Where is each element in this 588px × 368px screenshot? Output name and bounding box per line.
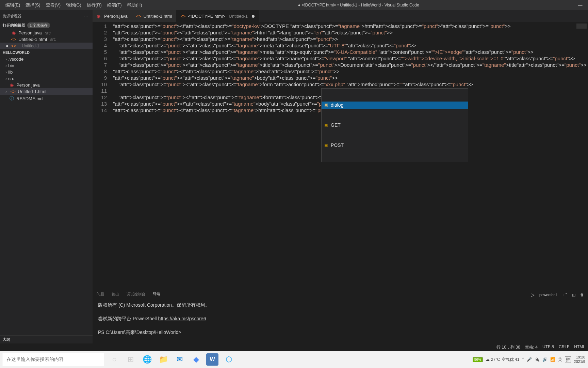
- shell-icon[interactable]: ▷: [531, 292, 535, 297]
- wifi-icon[interactable]: 📶: [550, 357, 555, 362]
- dirty-dot-icon[interactable]: ●: [5, 43, 9, 48]
- panel-tab-terminal[interactable]: 终端: [153, 291, 160, 298]
- tab-untitled-html[interactable]: <> Untitled-1.html: [132, 10, 177, 22]
- power-icon[interactable]: 🔌: [535, 357, 540, 362]
- task-view-icon[interactable]: ⊞: [122, 351, 139, 368]
- folder-item[interactable]: ›lib: [0, 69, 93, 75]
- minimize-button[interactable]: —: [572, 0, 588, 10]
- more-icon[interactable]: ···: [84, 13, 88, 19]
- menu-goto[interactable]: 转到(G): [63, 2, 84, 8]
- unsaved-badge: 1 个未保存: [27, 22, 50, 28]
- explorer-icon[interactable]: 📁: [155, 351, 172, 368]
- html-icon: <>: [180, 14, 186, 19]
- menu-help[interactable]: 帮助(H): [124, 2, 145, 8]
- terminal-output[interactable]: 版权所有 (C) Microsoft Corporation。保留所有权利。 尝…: [93, 300, 588, 337]
- open-editor-item[interactable]: ●<>Untitled-1: [0, 43, 93, 49]
- open-editor-item[interactable]: <>Untitled-1.htmlsrc: [0, 36, 93, 43]
- file-path: src: [50, 37, 56, 42]
- suggest-item-get[interactable]: ▣ GET: [322, 122, 468, 129]
- editor-tabs: ◉ Person.java <> Untitled-1.html <> <!DO…: [93, 10, 588, 22]
- window-controls: —: [572, 0, 588, 10]
- tab-doctype-html[interactable]: <> <!DOCTYPE html> Untitled-1: [176, 10, 259, 22]
- tab-person-java[interactable]: ◉ Person.java: [93, 10, 132, 22]
- explorer-sidebar: 资源管理器 ··· 打开的编辑器 1 个未保存 ◉Person.javasrc<…: [0, 10, 93, 343]
- app-icon[interactable]: ◆: [188, 351, 204, 368]
- suggest-item-post[interactable]: ▣ POST: [322, 142, 468, 149]
- chevron-icon: ›: [5, 89, 7, 94]
- search-placeholder: 在这里输入你要搜索的内容: [6, 356, 64, 363]
- new-terminal-icon[interactable]: + ˅: [562, 293, 567, 297]
- trash-icon[interactable]: 🗑: [580, 293, 584, 297]
- html-icon: <>: [136, 14, 142, 19]
- java-icon: ◉: [9, 82, 14, 88]
- panel-tab-problems[interactable]: 问题: [97, 292, 104, 298]
- encoding-status[interactable]: UTF-8: [542, 344, 554, 350]
- chevron-right-icon: ›: [5, 70, 7, 75]
- tab-label: Untitled-1.html: [144, 14, 172, 19]
- battery-indicator[interactable]: 96%: [473, 357, 483, 362]
- file-item[interactable]: ◉Person.java: [0, 82, 93, 88]
- ime-label[interactable]: 英: [558, 357, 562, 363]
- windows-taskbar: 在这里输入你要搜索的内容 ○ ⊞ 🌐 📁 ✉ ◆ W ⬡ 96% ☁ 27°C …: [0, 351, 588, 368]
- vscode-icon[interactable]: ⬡: [220, 351, 237, 368]
- menu-view[interactable]: 查看(V): [43, 2, 63, 8]
- titlebar: 编辑(E) 选择(S) 查看(V) 转到(G) 运行(R) 终端(T) 帮助(H…: [0, 0, 588, 10]
- file-name: Person.java: [16, 82, 40, 88]
- html-icon: <>: [11, 43, 16, 48]
- minimap[interactable]: [576, 24, 587, 58]
- open-editor-item[interactable]: ◉Person.javasrc: [0, 30, 93, 36]
- code-content[interactable]: "attr">class"punct">="punct"><!"attr">cl…: [113, 22, 588, 289]
- window-title: ● <!DOCTYPE html> • Untitled-1 - HelloWo…: [145, 3, 572, 7]
- file-path: src: [45, 31, 51, 35]
- menu-select[interactable]: 选择(S): [23, 2, 43, 8]
- system-clock[interactable]: 19:28 2021/9: [574, 355, 585, 364]
- open-editors-label[interactable]: 打开的编辑器: [3, 23, 25, 28]
- menubar: 编辑(E) 选择(S) 查看(V) 转到(G) 运行(R) 终端(T) 帮助(H…: [0, 2, 145, 8]
- file-name: Untitled-1.html: [18, 89, 46, 94]
- menu-terminal[interactable]: 终端(T): [104, 2, 125, 8]
- intellisense-popup[interactable]: ▣ dialog ▣ GET ▣ POST: [321, 88, 468, 162]
- shell-name[interactable]: powershell: [539, 293, 557, 297]
- status-bar: 行 10，列 36 空格: 4 UTF-8 CRLF HTML: [0, 343, 588, 351]
- menu-edit[interactable]: 编辑(E): [3, 2, 23, 8]
- cortana-icon[interactable]: ○: [106, 351, 122, 368]
- file-name: Person.java: [18, 30, 42, 35]
- ime-mode[interactable]: 拼: [565, 356, 571, 363]
- menu-run[interactable]: 运行(R): [84, 2, 104, 8]
- split-terminal-icon[interactable]: ◫: [572, 293, 575, 297]
- mail-icon[interactable]: ✉: [172, 351, 188, 368]
- file-path: Untitled-1: [22, 44, 39, 48]
- outline-label[interactable]: 大纲: [3, 337, 10, 342]
- mic-icon[interactable]: 🎤: [527, 357, 532, 362]
- file-item[interactable]: ›<>Untitled-1.html: [0, 88, 93, 95]
- dirty-indicator: [252, 15, 255, 18]
- file-item[interactable]: ⓘREADME.md: [0, 95, 93, 102]
- weather-widget[interactable]: ☁ 27°C 空气优 41: [486, 357, 520, 363]
- eol-status[interactable]: CRLF: [559, 344, 569, 350]
- suggest-label: POST: [331, 142, 344, 149]
- workspace-label[interactable]: HELLOWORLD: [3, 50, 30, 55]
- chevron-right-icon: ›: [5, 63, 7, 68]
- line-numbers: 1234567891011121314: [93, 22, 113, 289]
- code-editor[interactable]: 1234567891011121314 "attr">class"punct">…: [93, 22, 588, 289]
- panel-tab-output[interactable]: 输出: [112, 292, 119, 298]
- folder-item[interactable]: ›src: [0, 75, 93, 82]
- windows-search[interactable]: 在这里输入你要搜索的内容: [2, 353, 104, 366]
- folder-item[interactable]: ›bin: [0, 62, 93, 69]
- wps-icon[interactable]: W: [206, 353, 218, 366]
- folder-item[interactable]: ›.vscode: [0, 56, 93, 62]
- indent-status[interactable]: 空格: 4: [525, 344, 538, 350]
- explorer-title: 资源管理器: [3, 14, 21, 19]
- cursor-position[interactable]: 行 10，列 36: [496, 344, 520, 350]
- edge-icon[interactable]: 🌐: [139, 351, 155, 368]
- java-icon: ◉: [11, 30, 16, 35]
- suggest-item-dialog[interactable]: ▣ dialog: [322, 102, 468, 109]
- panel-tab-debug[interactable]: 调试控制台: [127, 292, 145, 298]
- volume-icon[interactable]: 🔊: [542, 357, 548, 362]
- file-name: Untitled-1.html: [18, 37, 47, 42]
- tab-label: Person.java: [104, 14, 128, 19]
- chevron-right-icon: ›: [5, 76, 7, 81]
- language-status[interactable]: HTML: [574, 344, 585, 350]
- tray-chevron-icon[interactable]: ˄: [522, 357, 524, 362]
- bottom-panel: 问题 输出 调试控制台 终端 ▷ powershell + ˅ ◫ 🗑 版权所有…: [93, 289, 588, 343]
